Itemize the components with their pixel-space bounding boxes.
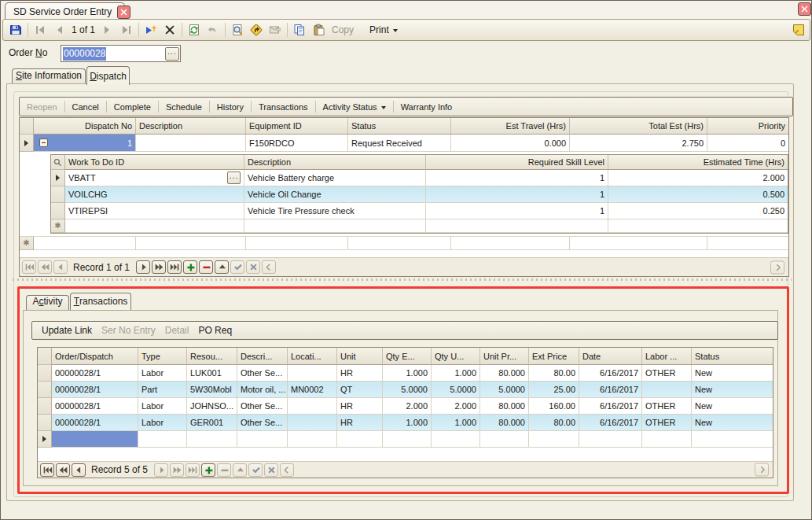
column-header-status[interactable]: Status bbox=[692, 348, 773, 365]
cell-date[interactable]: 6/16/2017 bbox=[579, 382, 642, 398]
cell-dispatch-no[interactable]: 1 bbox=[34, 135, 136, 152]
tab-transactions[interactable]: Transactions bbox=[70, 293, 131, 310]
cell-description[interactable]: Other Se... bbox=[237, 415, 288, 431]
column-header-qty-e[interactable]: Qty E... bbox=[383, 348, 432, 365]
order-no-browse-button[interactable]: ... bbox=[165, 47, 179, 61]
last-record-button[interactable] bbox=[119, 22, 134, 38]
column-header-est-travel[interactable]: Est Travel (Hrs) bbox=[451, 118, 570, 135]
work-id-browse-button[interactable]: ... bbox=[227, 171, 241, 184]
column-header-work-to-do-id[interactable]: Work To Do ID bbox=[65, 155, 244, 170]
email-button[interactable] bbox=[267, 22, 283, 38]
column-header-status[interactable]: Status bbox=[348, 118, 451, 135]
work-grid-new-row[interactable]: ✱ bbox=[51, 219, 788, 233]
schedule-button[interactable]: Schedule bbox=[159, 102, 209, 112]
scroll-right-button[interactable] bbox=[770, 260, 784, 274]
refresh-button[interactable] bbox=[186, 22, 202, 38]
cell-unit[interactable]: QT bbox=[337, 382, 383, 398]
cell-description[interactable]: Motor oil, ... bbox=[237, 382, 288, 398]
cell-empty[interactable] bbox=[244, 219, 426, 233]
po-req-button[interactable]: PO Req bbox=[198, 325, 232, 336]
column-header-qty-u[interactable]: Qty U... bbox=[432, 348, 480, 365]
cell-status[interactable]: New bbox=[692, 398, 773, 415]
goto-button[interactable] bbox=[248, 22, 264, 38]
cell-work-id[interactable]: VOILCHG bbox=[65, 186, 244, 203]
column-header-description[interactable]: Description bbox=[136, 118, 246, 135]
work-grid-row[interactable]: VBATT... Vehicle Battery charge 1 2.000 bbox=[51, 170, 788, 186]
cell-qty-e[interactable]: 1.000 bbox=[383, 365, 432, 382]
column-header-type[interactable]: Type bbox=[138, 348, 187, 365]
cell-total-est[interactable]: 2.750 bbox=[570, 135, 707, 152]
nav-first-button[interactable] bbox=[22, 260, 36, 274]
column-header-resource[interactable]: Resou... bbox=[187, 348, 237, 365]
cell-empty[interactable] bbox=[288, 431, 337, 448]
cell-labor[interactable]: OTHER bbox=[642, 415, 692, 431]
update-link-button[interactable]: Update Link bbox=[42, 325, 92, 336]
cell-qty-e[interactable]: 1.000 bbox=[383, 415, 432, 431]
cell-qty-u[interactable]: 1.000 bbox=[432, 365, 480, 382]
undo-button[interactable] bbox=[205, 22, 221, 38]
transaction-row[interactable]: 00000028/1 Labor LUK001 Other Se... HR 1… bbox=[38, 365, 773, 382]
cell-unit[interactable]: HR bbox=[337, 365, 383, 382]
cell-labor[interactable]: OTHER bbox=[642, 365, 692, 382]
cell-unit-pr[interactable]: 80.000 bbox=[480, 415, 529, 431]
column-header-unit[interactable]: Unit bbox=[337, 348, 383, 365]
cell-empty[interactable] bbox=[337, 431, 383, 448]
cell-skill[interactable]: 1 bbox=[426, 170, 608, 186]
cell-empty[interactable] bbox=[237, 431, 288, 448]
cell-empty[interactable] bbox=[579, 431, 642, 448]
column-header-unit-pr[interactable]: Unit Pr... bbox=[480, 348, 529, 365]
cell-est-travel[interactable]: 0.000 bbox=[451, 135, 570, 152]
nav-cancel-button[interactable] bbox=[246, 260, 260, 274]
cell-date[interactable]: 6/16/2017 bbox=[579, 398, 642, 415]
cell-location[interactable] bbox=[288, 415, 337, 431]
column-header-required-skill-level[interactable]: Required Skill Level bbox=[426, 155, 608, 170]
column-header-order-dispatch[interactable]: Order/Dispatch bbox=[52, 348, 138, 365]
nav-post-button[interactable] bbox=[248, 463, 263, 477]
cell-description[interactable]: Vehicle Oil Change bbox=[244, 186, 426, 203]
cell-empty-selected[interactable] bbox=[52, 431, 138, 448]
save-button[interactable] bbox=[8, 22, 24, 38]
scroll-left-button[interactable] bbox=[262, 260, 276, 274]
transactions-button[interactable]: Transactions bbox=[252, 102, 315, 112]
cancel-button[interactable]: Cancel bbox=[65, 102, 106, 112]
nav-next-button[interactable] bbox=[154, 463, 168, 477]
cell-qty-e[interactable]: 5.0000 bbox=[383, 382, 432, 398]
cell-type[interactable]: Part bbox=[138, 382, 187, 398]
document-tab[interactable]: SD Service Order Entry bbox=[5, 2, 125, 20]
detail-button[interactable]: Detail bbox=[165, 325, 189, 336]
cell-empty[interactable] bbox=[246, 237, 348, 250]
transaction-row[interactable]: 00000028/1 Labor JOHNSO... Other Se... H… bbox=[38, 398, 773, 415]
nav-edit-button[interactable] bbox=[233, 463, 247, 477]
cell-description[interactable]: Vehicle Tire Pressure check bbox=[244, 203, 426, 219]
cell-work-id[interactable]: VTIREPSI bbox=[65, 203, 244, 219]
work-grid-row[interactable]: VOILCHG Vehicle Oil Change 1 0.500 bbox=[51, 186, 788, 203]
cell-empty[interactable] bbox=[187, 431, 237, 448]
splitter-handle[interactable] bbox=[13, 278, 792, 281]
cell-location[interactable] bbox=[288, 398, 337, 415]
cell-unit-pr[interactable]: 80.000 bbox=[480, 398, 529, 415]
cell-resource[interactable]: 5W30Mobl bbox=[187, 382, 237, 398]
cell-status[interactable]: Request Received bbox=[348, 135, 451, 152]
cell-unit-pr[interactable]: 80.000 bbox=[480, 365, 529, 382]
cell-resource[interactable]: GER001 bbox=[187, 415, 237, 431]
cell-order-dispatch[interactable]: 00000028/1 bbox=[52, 382, 138, 398]
cell-equipment-id[interactable]: F150RDCO bbox=[246, 135, 348, 152]
column-header-ext-price[interactable]: Ext Price bbox=[529, 348, 579, 365]
cell-empty[interactable] bbox=[529, 431, 579, 448]
window-close-button[interactable] bbox=[798, 2, 811, 16]
cell-unit[interactable]: HR bbox=[337, 398, 383, 415]
cell-time[interactable]: 0.500 bbox=[608, 186, 788, 203]
column-header-estimated-time[interactable]: Estimated Time (Hrs) bbox=[608, 155, 788, 170]
cell-location[interactable]: MN0002 bbox=[288, 382, 337, 398]
cell-description[interactable]: Other Se... bbox=[237, 365, 288, 382]
cell-empty[interactable] bbox=[570, 237, 707, 250]
nav-next-button[interactable] bbox=[136, 260, 150, 274]
column-header-location[interactable]: Locati... bbox=[288, 348, 337, 365]
scroll-left-button[interactable] bbox=[280, 463, 294, 477]
nav-fast-next-button[interactable] bbox=[152, 260, 166, 274]
cell-empty[interactable] bbox=[451, 237, 570, 250]
cell-empty[interactable] bbox=[692, 431, 773, 448]
work-grid-row[interactable]: VTIREPSI Vehicle Tire Pressure check 1 0… bbox=[51, 203, 788, 219]
copy-button[interactable] bbox=[292, 22, 307, 38]
next-record-button[interactable] bbox=[98, 22, 114, 38]
